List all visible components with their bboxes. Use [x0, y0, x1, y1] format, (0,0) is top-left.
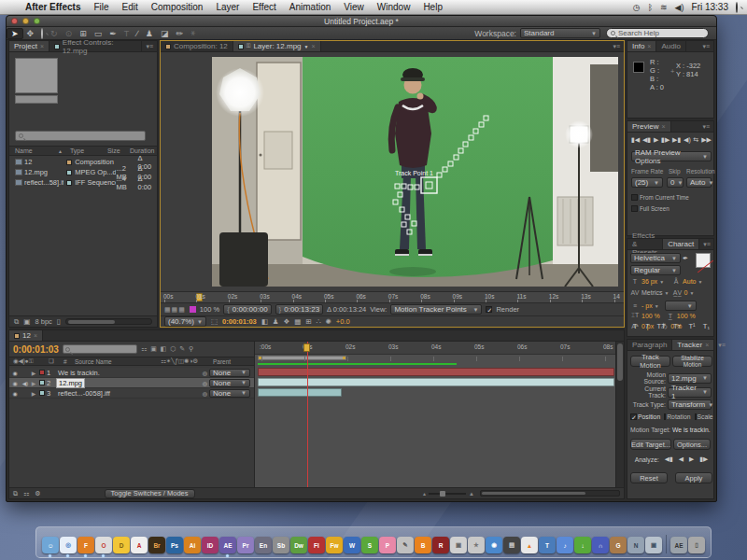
dock-books-app-icon[interactable]: R	[432, 537, 449, 553]
timeline-search-input[interactable]	[63, 344, 137, 354]
camera-tool-icon[interactable]: ⊙	[62, 29, 77, 38]
timeline-playhead[interactable]	[303, 343, 310, 352]
rotate-tool-icon[interactable]: ↻	[47, 29, 62, 38]
audio-icon[interactable]: ◀)	[21, 380, 30, 386]
timeline-layer-reflect...-0058].iff[interactable]: ◉▶3reflect...-0058].iff◎None▼	[9, 388, 254, 399]
vertical-scale-value[interactable]: 100 %	[641, 313, 660, 319]
spotlight-icon[interactable]	[736, 3, 738, 12]
clock-icon[interactable]: ◷	[633, 3, 641, 12]
dock-encore-icon[interactable]: En	[255, 537, 272, 553]
tab-layer[interactable]: ⚿Layer: 12.mpg▼×	[233, 41, 321, 51]
dock-dreamweaver-icon[interactable]: Dw	[290, 537, 307, 553]
dock-safari-icon[interactable]: ◎	[60, 537, 77, 553]
menu-layer[interactable]: Layer	[209, 2, 246, 12]
all-caps-button[interactable]: TT	[657, 322, 666, 330]
tab-paragraph[interactable]: Paragraph	[627, 340, 672, 350]
project-row-reflect...58].iff[interactable]: reflect...58].iffIFF Sequence...4 MBΔ 0:…	[9, 177, 157, 188]
horizontal-scale-value[interactable]: 100 %	[677, 313, 696, 319]
frame-rate-select[interactable]: (25)▼	[631, 177, 663, 188]
motion-source-select[interactable]: 12.mpg▼	[668, 373, 712, 384]
expand-arrow-icon[interactable]: ▶	[30, 390, 37, 397]
label-swatch[interactable]	[66, 160, 72, 165]
layer-canvas[interactable]: Track Point 1	[161, 52, 624, 291]
label-swatch[interactable]	[66, 170, 72, 175]
volume-icon[interactable]: ◀)	[675, 3, 684, 12]
dock-transmission-icon[interactable]: ↓	[574, 537, 591, 553]
eraser-tool-icon[interactable]: ◪	[157, 29, 173, 38]
label-swatch[interactable]	[66, 180, 72, 186]
magnification-select[interactable]: (40.7%)▼	[164, 316, 206, 327]
tab-preview[interactable]: Preview×	[627, 121, 671, 132]
kerning-value[interactable]: Metrics	[641, 289, 663, 296]
skip-select[interactable]: 0▼	[667, 177, 684, 188]
track-type-select[interactable]: Transform▼	[668, 399, 712, 410]
analyze-forward-1-button[interactable]: ▮▶	[699, 455, 708, 463]
menu-edit[interactable]: Edit	[116, 2, 145, 12]
timeline-layer-We is trackin.[interactable]: ◉▶1We is trackin.◎None▼	[9, 368, 254, 378]
grid-icon[interactable]: ⊞	[305, 317, 311, 326]
viewer-zoom-percent[interactable]: 100 %	[200, 305, 219, 314]
channels-icon[interactable]: ❖	[284, 317, 290, 326]
dock-photos-app-icon[interactable]: ▣	[645, 537, 662, 553]
play-button[interactable]: ▶	[654, 136, 658, 144]
delete-icon[interactable]: ▯	[57, 317, 61, 326]
menu-effect[interactable]: Effect	[246, 2, 282, 12]
next-frame-button[interactable]: ▮▶	[661, 136, 669, 144]
dock-fireworks-icon[interactable]: Fw	[326, 537, 343, 553]
workspace-select[interactable]: Standard▼	[520, 28, 600, 38]
dock-color-app-icon[interactable]: ▣	[450, 537, 467, 553]
layer-duration-bar[interactable]	[258, 368, 614, 376]
position-checkbox[interactable]: ✓	[630, 413, 637, 420]
timeline-timecode[interactable]: 0:00:01:03	[13, 344, 59, 355]
dock-nware-icon[interactable]: N	[627, 537, 644, 553]
tab-effects-presets[interactable]: Effects & Presets	[627, 239, 663, 249]
playhead-line[interactable]	[307, 342, 308, 489]
eye-icon[interactable]: ◉	[9, 380, 21, 386]
brush-tool-icon[interactable]: ∕	[133, 29, 142, 38]
superscript-button[interactable]: T¹	[689, 322, 696, 330]
layer-duration-bar[interactable]	[258, 378, 614, 386]
timeline-vscrollbar[interactable]	[615, 342, 624, 489]
pickwhip-icon[interactable]: ◎	[203, 380, 207, 386]
render-checkbox[interactable]: ✓	[486, 306, 492, 313]
dock-app-p-icon[interactable]: P	[379, 537, 396, 553]
label-swatch[interactable]	[39, 390, 45, 396]
stroke-style-select[interactable]: ▼	[665, 301, 697, 311]
options-button[interactable]: Options...	[673, 439, 711, 450]
show-snapshot-icon[interactable]: ♟	[273, 317, 279, 326]
layer-duration-bar[interactable]	[258, 388, 342, 397]
leading-value[interactable]: Auto	[683, 278, 696, 285]
tab-composition[interactable]: Composition: 12	[161, 41, 233, 51]
tracking-value[interactable]: 0	[684, 289, 688, 296]
dock-trash-icon[interactable]: ▯	[688, 537, 705, 553]
analyze-backward-button[interactable]: ◀	[679, 455, 684, 463]
in-point[interactable]: {0:00:00:00	[223, 304, 271, 315]
analyze-forward-button[interactable]: ▶	[689, 455, 694, 463]
puppet-pin-tool-icon[interactable]: ⚹	[187, 28, 199, 38]
tab-audio[interactable]: Audio	[656, 41, 685, 51]
parent-select[interactable]: None▼	[209, 369, 250, 377]
subscript-button[interactable]: T₁	[703, 322, 710, 330]
timeline-zoom-slider[interactable]: ▴▲	[423, 490, 474, 497]
timeline-hscrollbar[interactable]	[480, 490, 620, 497]
region-of-interest-icon[interactable]: ⬚	[211, 317, 218, 326]
layer-name[interactable]: 12.mpg	[56, 378, 85, 388]
new-folder-icon[interactable]: ▣	[23, 317, 30, 326]
viewer-time-ruler[interactable]: 00s01s02s03s04s05s06s07s08s09s10s11s12s1…	[161, 291, 624, 302]
expand-arrow-icon[interactable]: ▶	[30, 370, 37, 376]
dock-finder-icon[interactable]: ☺	[42, 537, 59, 553]
project-hscrollbar[interactable]	[65, 318, 152, 325]
tab-project[interactable]: Project×	[9, 41, 49, 51]
font-size-value[interactable]: 36 px	[641, 278, 657, 285]
dock-blender-icon[interactable]: B	[415, 537, 431, 553]
menu-composition[interactable]: Composition	[145, 2, 210, 12]
exposure-value[interactable]: +0.0	[336, 317, 350, 326]
tab-character[interactable]: Charact	[663, 239, 699, 249]
hand-tool-icon[interactable]: ✥	[23, 29, 38, 38]
comp-marker-icon[interactable]: ⚙	[35, 490, 40, 497]
bluetooth-icon[interactable]: ᛒ	[648, 3, 653, 12]
eye-icon[interactable]: ◉	[9, 370, 21, 376]
expand-arrow-icon[interactable]: ▶	[30, 380, 37, 386]
panel-menu-icon[interactable]: ▾≡	[698, 41, 713, 51]
tab-timeline-comp[interactable]: 12×	[9, 330, 43, 341]
